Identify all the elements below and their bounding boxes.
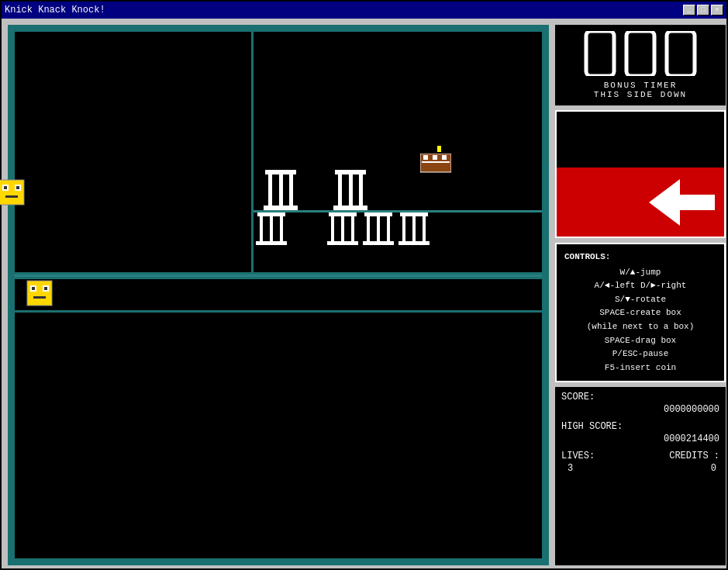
digit-display <box>583 31 698 76</box>
control-line-1: W/▲-jump <box>564 266 716 280</box>
control-line-4: SPACE-create box <box>564 306 716 320</box>
svg-rect-2 <box>433 155 437 160</box>
svg-rect-4 <box>422 161 450 163</box>
window-title: Knick Knack Knock! <box>5 5 105 16</box>
title-bar: Knick Knack Knock! _ □ × <box>2 2 726 19</box>
bonus-timer-label: BONUS TIMER <box>604 81 678 90</box>
svg-rect-15 <box>32 287 35 290</box>
control-line-2: A/◄-left D/►-right <box>564 279 716 293</box>
close-button[interactable]: × <box>711 5 723 16</box>
control-line-8: F5-insert coin <box>564 361 716 375</box>
svg-rect-6 <box>0 180 24 205</box>
bottom-pillar-1 <box>257 212 285 245</box>
lower-area <box>254 210 542 272</box>
top-row <box>15 32 542 272</box>
pillar-2 <box>335 170 366 210</box>
credits-label: CREDITS : <box>669 451 719 461</box>
svg-rect-16 <box>44 287 47 290</box>
svg-rect-1 <box>423 155 428 160</box>
player-icon <box>26 279 53 311</box>
svg-rect-10 <box>16 186 19 189</box>
svg-rect-19 <box>626 31 654 76</box>
credits-value: 0 <box>711 463 719 474</box>
main-area: BONUS TIMER THIS SIDE DOWN CONTROLS: W/▲… <box>2 19 726 570</box>
game-panel <box>8 25 549 565</box>
high-score-value: 0000214400 <box>561 434 719 444</box>
svg-rect-9 <box>4 186 7 189</box>
window: Knick Knack Knock! _ □ × <box>0 0 728 570</box>
title-bar-text: Knick Knack Knock! <box>5 5 105 16</box>
stats-area: SCORE: 0000000000 HIGH SCORE: 0000214400… <box>555 387 726 565</box>
digit-0-b <box>623 31 657 76</box>
this-side-down-label: THIS SIDE DOWN <box>594 90 687 99</box>
bottom-pillar-3 <box>364 212 392 245</box>
top-left-area <box>15 32 251 272</box>
coin <box>437 146 441 152</box>
svg-rect-12 <box>27 281 52 306</box>
bottom-panel <box>15 313 542 558</box>
bonus-timer: BONUS TIMER THIS SIDE DOWN <box>555 25 726 105</box>
svg-rect-3 <box>442 155 447 160</box>
lives-value: 3 <box>561 463 573 474</box>
maximize-button[interactable]: □ <box>697 5 709 16</box>
svg-rect-20 <box>667 31 695 76</box>
mid-ground-line <box>15 275 542 277</box>
bottom-pillars <box>257 212 428 245</box>
bottom-pillar-4 <box>400 212 428 245</box>
top-right-area <box>254 32 542 272</box>
svg-rect-11 <box>5 195 18 198</box>
player-icon-svg <box>26 279 53 307</box>
score-label: SCORE: <box>561 392 719 402</box>
control-line-5: (while next to a box) <box>564 320 716 334</box>
svg-rect-17 <box>33 296 46 299</box>
enemy-sprite <box>420 154 451 177</box>
controls-box: CONTROLS: W/▲-jump A/◄-left D/►-right S/… <box>555 243 726 382</box>
player-sprite-container <box>0 178 26 210</box>
arrow-icon <box>649 179 715 226</box>
minimize-button[interactable]: _ <box>683 5 695 16</box>
score-value: 0000000000 <box>561 404 719 415</box>
svg-marker-21 <box>649 179 715 226</box>
side-image <box>555 110 726 238</box>
enemy-sprite-container <box>420 154 451 181</box>
control-line-7: P/ESC-pause <box>564 347 716 361</box>
svg-rect-18 <box>586 31 614 76</box>
digit-0-c <box>664 31 698 76</box>
side-panel: BONUS TIMER THIS SIDE DOWN CONTROLS: W/▲… <box>555 25 726 565</box>
player-row <box>15 279 542 310</box>
title-bar-buttons: _ □ × <box>683 5 723 16</box>
controls-title: CONTROLS: <box>564 250 716 264</box>
lives-label: LIVES: <box>561 451 595 461</box>
pillar-1 <box>265 170 296 210</box>
high-score-label: HIGH SCORE: <box>561 421 719 432</box>
control-line-6: SPACE-drag box <box>564 334 716 348</box>
control-line-3: S/▼-rotate <box>564 293 716 307</box>
digit-0-a <box>583 31 617 76</box>
player-sprite <box>0 178 26 206</box>
bottom-pillar-2 <box>329 212 357 245</box>
